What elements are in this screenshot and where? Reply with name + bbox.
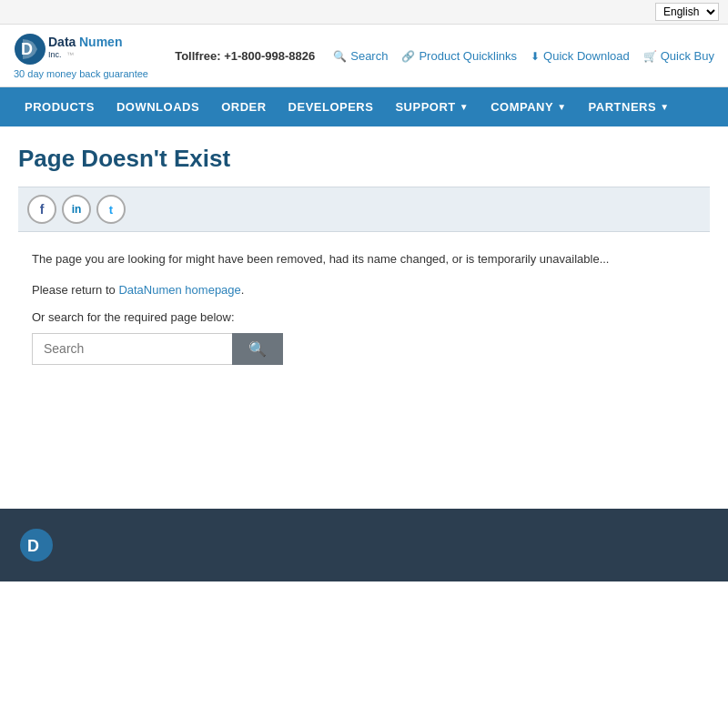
nav-item-downloads[interactable]: DOWNLOADS: [106, 87, 210, 126]
language-select[interactable]: English: [655, 3, 719, 21]
search-button[interactable]: 🔍: [232, 333, 283, 365]
footer-logo: D: [18, 527, 710, 563]
company-caret-icon: ▼: [557, 102, 566, 112]
footer-logo-icon: D: [18, 527, 55, 563]
svg-text:D: D: [27, 537, 39, 555]
social-stripe: f in t: [18, 187, 710, 232]
logo-image[interactable]: D Data Numen Inc. ™: [14, 32, 148, 66]
quick-download-link[interactable]: Quick Download: [531, 49, 630, 63]
cart-icon: [643, 49, 657, 63]
quick-buy-link[interactable]: Quick Buy: [643, 49, 714, 63]
main-content: Page Doesn't Exist f in t The page you a…: [0, 126, 728, 490]
twitter-icon: t: [109, 203, 113, 217]
language-bar: English: [0, 0, 728, 25]
search-link[interactable]: Search: [333, 49, 388, 63]
logo-guarantee: 30 day money back guarantee: [14, 68, 148, 79]
header-links: Search Product Quicklinks Quick Download…: [333, 49, 714, 63]
search-label: Or search for the required page below:: [32, 310, 696, 324]
content-layout: f in t The page you are looking for migh…: [18, 187, 710, 383]
page-title: Page Doesn't Exist: [18, 145, 710, 173]
return-to-text: Please return to DataNumen homepage.: [32, 283, 696, 297]
phone-number: Tollfree: +1-800-998-8826: [175, 49, 315, 63]
quicklinks-link[interactable]: Product Quicklinks: [401, 49, 517, 63]
facebook-icon: f: [40, 202, 45, 217]
datanumen-logo-svg: D Data Numen Inc. ™: [14, 32, 132, 66]
nav-item-products[interactable]: PRODUCTS: [14, 87, 106, 126]
homepage-link[interactable]: DataNumen homepage: [118, 283, 240, 297]
svg-text:Data: Data: [48, 35, 76, 49]
svg-text:D: D: [21, 40, 33, 58]
download-icon: [531, 49, 540, 63]
not-found-description: The page you are looking for might have …: [32, 250, 696, 269]
search-button-icon: 🔍: [248, 340, 267, 358]
nav-item-developers[interactable]: DEVELOPERS: [278, 87, 385, 126]
support-caret-icon: ▼: [460, 102, 469, 112]
logo-area: D Data Numen Inc. ™ 30 day money back gu…: [14, 32, 148, 79]
search-icon: [333, 49, 347, 63]
nav-bar: PRODUCTS DOWNLOADS ORDER DEVELOPERS SUPP…: [0, 87, 728, 126]
page-body: The page you are looking for might have …: [18, 250, 710, 383]
search-row: 🔍: [32, 333, 696, 365]
linkedin-icon: in: [72, 203, 82, 216]
search-input[interactable]: [32, 333, 232, 365]
facebook-social-button[interactable]: f: [27, 195, 56, 224]
svg-text:™: ™: [66, 51, 74, 59]
svg-text:Inc.: Inc.: [48, 50, 62, 59]
footer: D: [0, 509, 728, 581]
linkedin-social-button[interactable]: in: [62, 195, 91, 224]
nav-item-company[interactable]: COMPANY ▼: [480, 87, 577, 126]
links-icon: [401, 49, 415, 63]
nav-item-support[interactable]: SUPPORT ▼: [384, 87, 480, 126]
twitter-social-button[interactable]: t: [96, 195, 126, 224]
top-header: D Data Numen Inc. ™ 30 day money back gu…: [0, 25, 728, 87]
svg-text:Numen: Numen: [79, 35, 122, 49]
nav-item-order[interactable]: ORDER: [210, 87, 277, 126]
nav-item-partners[interactable]: PARTNERS ▼: [578, 87, 681, 126]
partners-caret-icon: ▼: [660, 102, 669, 112]
